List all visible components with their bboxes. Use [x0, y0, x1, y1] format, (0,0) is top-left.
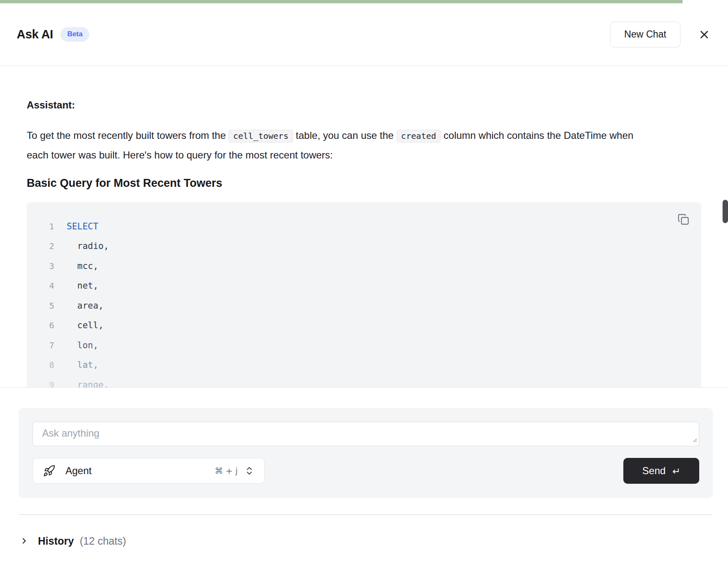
close-icon	[698, 28, 710, 41]
code-text: net,	[67, 281, 98, 291]
line-number: 7	[27, 340, 54, 350]
mode-label: Agent	[65, 465, 92, 477]
line-number: 3	[27, 261, 54, 271]
assistant-message-text: To get the most recently built towers fr…	[27, 126, 644, 165]
close-button[interactable]	[697, 28, 711, 42]
assistant-role-label: Assistant:	[27, 66, 701, 112]
line-number: 1	[27, 221, 54, 231]
copy-icon	[678, 214, 689, 225]
inline-code-cell-towers: cell_towers	[228, 130, 293, 143]
code-line: 5 area,	[27, 296, 701, 316]
code-line: 7 lon,	[27, 335, 701, 355]
line-number: 8	[27, 360, 54, 370]
code-line: 4 net,	[27, 276, 701, 296]
chevron-right-icon	[20, 536, 29, 545]
code-line: 3 mcc,	[27, 256, 701, 276]
new-chat-button[interactable]: New Chat	[610, 22, 680, 48]
send-label: Send	[642, 465, 665, 477]
scrollbar-thumb[interactable]	[723, 200, 728, 223]
code-text: mcc,	[67, 261, 98, 271]
rocket-icon	[43, 465, 55, 477]
code-text: cell,	[67, 320, 104, 330]
ask-ai-panel: Ask AI Beta New Chat Assistant: To get t…	[0, 0, 728, 568]
line-number: 4	[27, 281, 54, 291]
sql-code-block: 1SELECT 2 radio, 3 mcc, 4 net, 5 area, 6…	[27, 202, 701, 388]
page-title: Ask AI	[17, 28, 53, 41]
code-line: 8 lat,	[27, 355, 701, 375]
code-text: lon,	[67, 340, 98, 350]
section-divider	[19, 514, 712, 515]
code-line: 6 cell,	[27, 316, 701, 336]
history-toggle[interactable]: History (12 chats)	[20, 532, 126, 550]
keyboard-shortcut: ⌘ + j	[215, 466, 238, 476]
composer-actions-row: Agent ⌘ + j Send ↵	[33, 458, 699, 484]
chat-message-area: Assistant: To get the most recently buil…	[0, 66, 728, 388]
line-number: 5	[27, 301, 54, 311]
header-actions: New Chat	[610, 22, 711, 48]
line-number: 6	[27, 320, 54, 330]
line-number: 9	[27, 380, 54, 388]
inline-code-created: created	[397, 130, 441, 143]
return-key-icon: ↵	[672, 466, 680, 477]
history-label: History	[38, 535, 74, 547]
message-text-part: To get the most recently built towers fr…	[27, 130, 228, 141]
copy-code-button[interactable]	[676, 212, 690, 226]
message-text-part: table, you can use the	[293, 130, 397, 141]
mode-selector[interactable]: Agent ⌘ + j	[33, 458, 265, 484]
line-number: 2	[27, 241, 54, 251]
send-button[interactable]: Send ↵	[623, 458, 699, 484]
panel-header: Ask AI Beta New Chat	[0, 3, 728, 66]
ask-input[interactable]	[33, 422, 699, 446]
code-text: SELECT	[67, 221, 98, 231]
composer-panel: Agent ⌘ + j Send ↵	[19, 408, 713, 498]
code-text: lat,	[67, 360, 98, 370]
chevrons-up-down-icon	[244, 466, 254, 476]
code-text: range,	[67, 380, 109, 388]
section-heading: Basic Query for Most Recent Towers	[27, 176, 701, 191]
beta-badge: Beta	[60, 27, 89, 41]
composer-input-wrap	[33, 422, 699, 446]
history-count: (12 chats)	[80, 535, 126, 547]
code-line: 1SELECT	[27, 216, 701, 236]
code-line: 9 range,	[27, 375, 701, 388]
mode-selector-right: ⌘ + j	[215, 466, 254, 476]
code-line: 2 radio,	[27, 236, 701, 256]
code-text: radio,	[67, 241, 109, 251]
code-text: area,	[67, 301, 104, 311]
app-top-strip	[0, 0, 683, 3]
